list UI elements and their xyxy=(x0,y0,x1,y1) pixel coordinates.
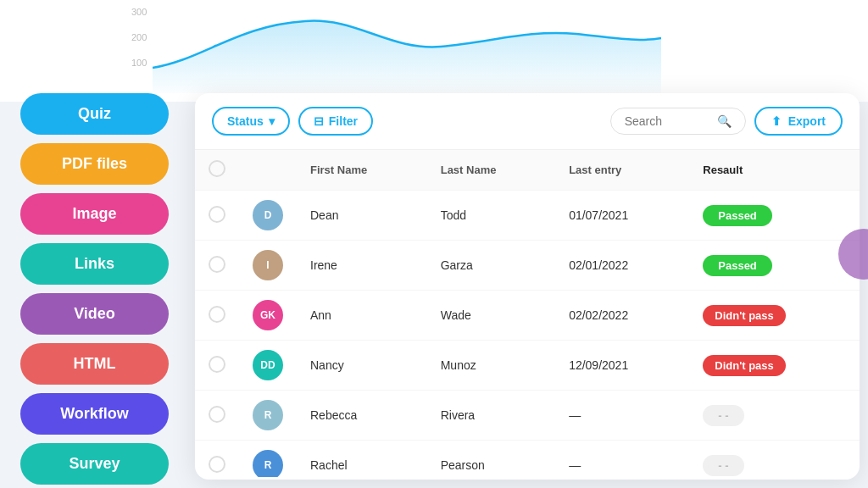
row-lastname: Garza xyxy=(427,241,555,291)
row-checkbox-cell xyxy=(195,441,239,478)
row-checkbox-cell xyxy=(195,241,239,291)
row-lastname: Pearson xyxy=(427,441,555,478)
row-checkbox[interactable] xyxy=(209,256,225,273)
row-result: Passed xyxy=(689,191,860,241)
chart-svg xyxy=(153,0,661,93)
avatar: I xyxy=(253,250,283,280)
row-firstname: Ann xyxy=(297,291,427,341)
col-result: Resault xyxy=(689,150,860,191)
row-avatar-cell: GK xyxy=(239,291,297,341)
select-all-checkbox[interactable] xyxy=(209,160,225,177)
chevron-down-icon: ▾ xyxy=(269,114,275,128)
col-firstname: First Name xyxy=(297,150,427,191)
row-firstname: Dean xyxy=(297,191,427,241)
data-table: First Name Last Name Last entry Resault … xyxy=(195,150,860,477)
row-checkbox[interactable] xyxy=(209,306,225,323)
row-lastentry: 01/07/2021 xyxy=(555,191,689,241)
row-lastname: Wade xyxy=(427,291,555,341)
filter-icon: ⊟ xyxy=(314,114,324,128)
sidebar-item-links[interactable]: Links xyxy=(20,243,169,285)
row-checkbox-cell xyxy=(195,291,239,341)
chart-background: 300 200 100 xyxy=(0,0,868,102)
row-firstname: Nancy xyxy=(297,341,427,391)
status-badge: Didn't pass xyxy=(703,355,786,376)
row-lastname: Rivera xyxy=(427,391,555,441)
row-avatar-cell: D xyxy=(239,191,297,241)
chart-label-300: 300 xyxy=(131,7,147,17)
row-result: - - xyxy=(689,391,860,441)
row-lastname: Munoz xyxy=(427,341,555,391)
row-checkbox-cell xyxy=(195,191,239,241)
sidebar-item-image[interactable]: Image xyxy=(20,193,169,235)
table-row: R Rebecca Rivera — - - xyxy=(195,391,860,441)
row-firstname: Rachel xyxy=(297,441,427,478)
row-lastentry: — xyxy=(555,441,689,478)
search-box: 🔍 xyxy=(610,108,746,135)
chart-label-200: 200 xyxy=(131,32,147,42)
row-checkbox-cell xyxy=(195,391,239,441)
avatar: D xyxy=(253,200,283,230)
row-result: Passed xyxy=(689,241,860,291)
row-checkbox-cell xyxy=(195,341,239,391)
sidebar-item-html[interactable]: HTML xyxy=(20,343,169,385)
row-checkbox[interactable] xyxy=(209,206,225,223)
row-firstname: Irene xyxy=(297,241,427,291)
sidebar-item-workflow[interactable]: Workflow xyxy=(20,393,169,435)
status-badge: - - xyxy=(703,455,743,476)
chart-label-100: 100 xyxy=(131,58,147,68)
data-table-wrapper: First Name Last Name Last entry Resault … xyxy=(195,150,860,477)
row-lastentry: 12/09/2021 xyxy=(555,341,689,391)
col-lastentry: Last entry xyxy=(555,150,689,191)
sidebar-item-video[interactable]: Video xyxy=(20,293,169,335)
row-checkbox[interactable] xyxy=(209,406,225,423)
col-lastname: Last Name xyxy=(427,150,555,191)
export-button[interactable]: ⬆ Export xyxy=(754,107,843,136)
col-checkbox xyxy=(195,150,239,191)
col-avatar xyxy=(239,150,297,191)
sidebar-item-quiz[interactable]: Quiz xyxy=(20,93,169,135)
export-icon: ⬆ xyxy=(771,114,782,128)
sidebar: Quiz PDF files Image Links Video HTML Wo… xyxy=(20,93,169,485)
status-badge: Didn't pass xyxy=(703,305,786,326)
row-lastentry: 02/01/2022 xyxy=(555,241,689,291)
search-input[interactable] xyxy=(625,114,710,128)
row-avatar-cell: I xyxy=(239,241,297,291)
export-label: Export xyxy=(788,114,826,128)
row-avatar-cell: R xyxy=(239,441,297,478)
table-row: I Irene Garza 02/01/2022 Passed xyxy=(195,241,860,291)
row-checkbox[interactable] xyxy=(209,356,225,373)
table-row: D Dean Todd 01/07/2021 Passed xyxy=(195,191,860,241)
row-lastentry: — xyxy=(555,391,689,441)
search-icon: 🔍 xyxy=(717,114,732,128)
row-lastentry: 02/02/2022 xyxy=(555,291,689,341)
table-header-row: First Name Last Name Last entry Resault xyxy=(195,150,860,191)
filter-label: Filter xyxy=(329,114,358,128)
sidebar-item-survey[interactable]: Survey xyxy=(20,443,169,485)
row-lastname: Todd xyxy=(427,191,555,241)
status-label: Status xyxy=(227,114,264,128)
sidebar-item-pdf[interactable]: PDF files xyxy=(20,143,169,185)
row-result: Didn't pass xyxy=(689,291,860,341)
table-row: GK Ann Wade 02/02/2022 Didn't pass xyxy=(195,291,860,341)
row-firstname: Rebecca xyxy=(297,391,427,441)
toolbar: Status ▾ ⊟ Filter 🔍 ⬆ Export xyxy=(195,93,860,150)
avatar: R xyxy=(253,400,283,430)
row-result: Didn't pass xyxy=(689,341,860,391)
table-row: R Rachel Pearson — - - xyxy=(195,441,860,478)
filter-button[interactable]: ⊟ Filter xyxy=(298,107,373,136)
avatar: DD xyxy=(253,350,283,380)
row-checkbox[interactable] xyxy=(209,456,225,473)
status-button[interactable]: Status ▾ xyxy=(212,107,290,136)
status-badge: - - xyxy=(703,405,743,426)
status-badge: Passed xyxy=(703,255,772,276)
row-avatar-cell: DD xyxy=(239,341,297,391)
avatar: GK xyxy=(253,300,283,330)
row-result: - - xyxy=(689,441,860,478)
row-avatar-cell: R xyxy=(239,391,297,441)
status-badge: Passed xyxy=(703,205,772,226)
main-panel: Status ▾ ⊟ Filter 🔍 ⬆ Export First xyxy=(195,93,860,480)
avatar: R xyxy=(253,450,283,477)
chart-y-labels: 300 200 100 xyxy=(131,7,147,68)
table-row: DD Nancy Munoz 12/09/2021 Didn't pass xyxy=(195,341,860,391)
